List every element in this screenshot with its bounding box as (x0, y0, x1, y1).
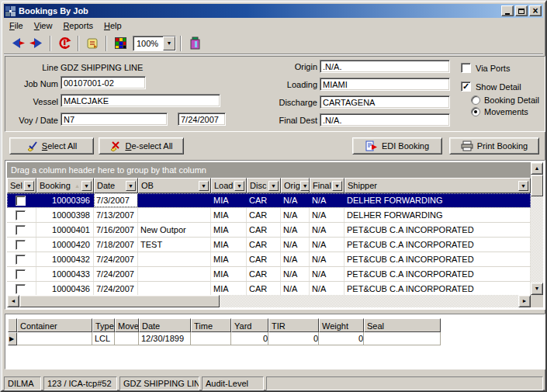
detail-cell-yard: 0 (231, 332, 268, 345)
detail-column-header-time[interactable]: Time (191, 318, 231, 332)
movement-row[interactable]: ▶LCL12/30/1899000 (8, 332, 545, 345)
detail-column-header-weight[interactable]: Weight (319, 318, 364, 332)
scroll-right-icon[interactable]: ► (518, 295, 531, 307)
row-select-checkbox[interactable] (16, 269, 26, 279)
titlebar[interactable]: Bookings By Job × (4, 4, 543, 18)
cell-date[interactable]: 7/24/2007 (94, 267, 138, 281)
column-header-orig[interactable]: Orig▼ (281, 178, 310, 193)
show-detail-checkbox[interactable]: ✓ (461, 82, 471, 92)
row-select-checkbox[interactable] (16, 225, 26, 235)
column-header-final[interactable]: Final▼ (310, 178, 344, 193)
zoom-combobox[interactable]: 100% ▼ (133, 36, 176, 51)
scroll-down-icon[interactable]: ▼ (531, 283, 543, 295)
forward-button[interactable] (27, 35, 46, 52)
detail-column-header-date[interactable]: Date (139, 318, 191, 332)
edi-booking-button[interactable]: EDI Booking (352, 137, 442, 154)
booking-row[interactable]: 100004017/16/2007New OutporMIACARN/AN/AP… (7, 223, 531, 238)
sail-date-field[interactable] (178, 113, 226, 126)
vertical-scrollbar-thumb[interactable] (531, 175, 543, 196)
refresh-button[interactable] (55, 35, 74, 52)
row-select-checkbox[interactable] (16, 284, 26, 294)
status-connection: 123 / ICA-tcp#52 (43, 376, 117, 390)
group-by-bar[interactable]: Drag a column header here to group by th… (7, 162, 531, 178)
scroll-up-icon[interactable]: ▲ (531, 162, 543, 175)
via-ports-checkbox[interactable] (461, 63, 471, 73)
row-select-checkbox[interactable] (16, 210, 26, 220)
edi-booking-label: EDI Booking (382, 141, 429, 151)
deselect-all-button[interactable]: De-select All (99, 137, 184, 154)
toolbar-separator (50, 36, 51, 51)
filter-dropdown-icon[interactable]: ▼ (300, 181, 310, 191)
zoom-dropdown-icon[interactable]: ▼ (163, 36, 175, 50)
report-button[interactable] (83, 35, 102, 52)
column-header-date[interactable]: Date▼ (94, 178, 138, 193)
maximize-button[interactable] (515, 5, 528, 16)
exit-button[interactable] (185, 35, 204, 52)
booking-row[interactable]: 100004327/24/2007MIACARN/AN/APET&CUB C.A… (7, 252, 531, 267)
filter-dropdown-icon[interactable]: ▼ (332, 181, 342, 191)
scroll-left-icon[interactable]: ◄ (7, 295, 19, 307)
horizontal-scrollbar-thumb[interactable] (19, 295, 220, 307)
detail-column-header-yard[interactable]: Yard (231, 318, 268, 332)
column-header-ob[interactable]: OB▼ (138, 178, 211, 193)
horizontal-scrollbar-track[interactable] (220, 295, 518, 307)
menu-help[interactable]: Help (99, 19, 127, 32)
vertical-scrollbar[interactable]: ▲ ▼ (531, 162, 543, 307)
column-header-booking[interactable]: Booking▲▼ (36, 178, 94, 193)
row-select-checkbox[interactable] (16, 196, 26, 206)
menu-file[interactable]: File (4, 19, 29, 32)
cell-date[interactable]: 7/18/2007 (94, 238, 138, 252)
filter-dropdown-icon[interactable]: ▼ (126, 181, 136, 191)
booking-detail-radio[interactable] (471, 95, 480, 105)
booking-row[interactable]: 100004367/24/2007MIACARN/AN/APET&CUB C.A… (7, 282, 531, 295)
print-booking-button[interactable]: Print Booking (449, 137, 539, 154)
final-dest-field[interactable] (320, 113, 450, 127)
cell-date[interactable]: 7/24/2007 (94, 252, 138, 266)
job-num-field[interactable] (61, 76, 146, 89)
column-header-sel[interactable]: Sel▼ (7, 178, 36, 193)
minimize-button[interactable] (501, 5, 514, 16)
filter-dropdown-icon[interactable]: ▼ (518, 181, 528, 191)
booking-row[interactable]: 100004207/18/2007TESTMIACARN/AN/APET&CUB… (7, 238, 531, 252)
filter-dropdown-icon[interactable]: ▼ (234, 181, 244, 191)
column-header-disc[interactable]: Disc▼ (247, 178, 281, 193)
filter-dropdown-icon[interactable]: ▼ (268, 181, 279, 191)
vertical-scrollbar-track[interactable] (531, 196, 543, 283)
cell-date[interactable]: 7/16/2007 (94, 223, 138, 237)
toolbar: 100% ▼ (4, 33, 543, 54)
menu-reports[interactable]: Reports (57, 19, 99, 32)
booking-row[interactable]: 100003987/13/2007MIACARN/AN/ADELHER FORW… (7, 208, 531, 223)
column-header-shipper[interactable]: Shipper▼ (344, 178, 531, 193)
detail-column-header-seal[interactable]: Seal (364, 318, 441, 332)
menu-view[interactable]: View (29, 19, 58, 32)
cell-date[interactable]: 7/24/2007 (94, 282, 138, 295)
cell-date[interactable]: 7/3/2007 (94, 193, 138, 207)
cell-orig: N/A (281, 223, 310, 237)
select-all-button[interactable]: Select All (9, 137, 94, 154)
grid-style-button[interactable] (111, 35, 130, 52)
voyage-field[interactable] (61, 113, 168, 126)
row-select-checkbox[interactable] (16, 255, 26, 265)
filter-dropdown-icon[interactable]: ▼ (199, 181, 209, 191)
cell-date[interactable]: 7/13/2007 (94, 208, 138, 222)
row-select-checkbox[interactable] (16, 240, 26, 250)
loading-field[interactable] (320, 78, 450, 91)
detail-column-header-tir[interactable]: TIR (268, 318, 319, 332)
close-button[interactable]: × (529, 5, 542, 16)
booking-row[interactable]: 100004337/24/2007MIACARN/AN/APET&CUB C.A… (7, 267, 531, 282)
filter-dropdown-icon[interactable]: ▼ (24, 181, 34, 191)
job-num-label: Job Num (7, 79, 58, 88)
column-header-load[interactable]: Load▼ (211, 178, 247, 193)
origin-field[interactable] (320, 60, 450, 73)
movements-radio[interactable] (471, 107, 480, 116)
discharge-field[interactable] (320, 95, 450, 109)
final-dest-label: Final Dest (260, 116, 317, 125)
horizontal-scrollbar[interactable]: ◄ ► (7, 295, 531, 307)
detail-column-header-move[interactable]: Move (115, 318, 139, 332)
vessel-field[interactable] (61, 94, 220, 107)
detail-column-header-type[interactable]: Type (92, 318, 115, 332)
back-button[interactable] (9, 35, 27, 52)
detail-column-header-container[interactable]: Container (17, 318, 92, 332)
booking-row[interactable]: 100003967/3/2007MIACARN/AN/ADELHER FORWA… (7, 193, 531, 208)
filter-dropdown-icon[interactable]: ▼ (81, 181, 92, 191)
